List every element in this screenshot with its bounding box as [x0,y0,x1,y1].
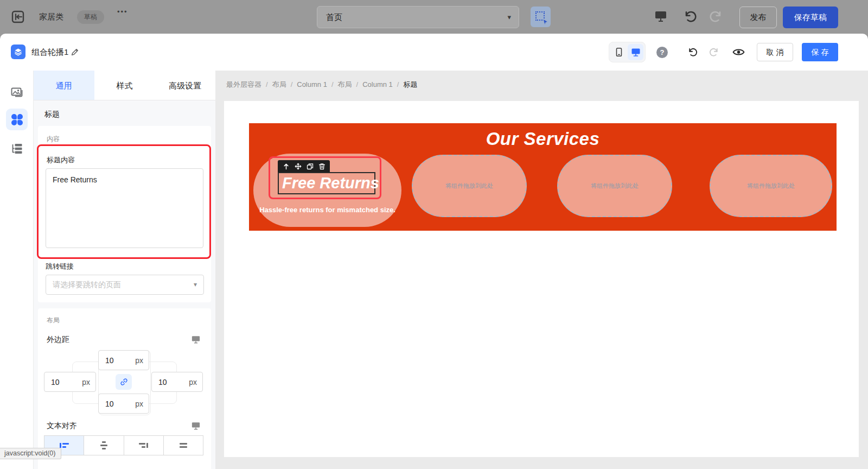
chevron-down-icon: ▾ [507,7,511,28]
editor-undo-icon[interactable] [687,47,698,58]
save-draft-button[interactable]: 保存草稿 [783,7,838,28]
settings-panel: 通用 样式 高级设置 标题 内容 标题内容 Free Returns 跳转链接 … [34,71,215,469]
margin-top-value: 10 [105,356,114,365]
app-screen: 家居类 草稿 ••• 首页 ▾ 发布 保存草稿 组合轮播1 [0,0,868,469]
align-right-button[interactable] [124,435,164,455]
breadcrumb-separator: / [291,80,293,88]
align-center-button[interactable] [84,435,124,455]
margin-left-input[interactable]: 10px [44,372,96,392]
margin-bottom-value: 10 [105,400,114,408]
margin-device-icon[interactable] [191,335,201,344]
margin-right-value: 10 [158,378,167,386]
chevron-down-icon: ▾ [194,275,197,294]
move-up-icon[interactable] [283,163,290,170]
margin-left-value: 10 [51,378,60,386]
preview-monitor-icon[interactable] [654,10,668,23]
breadcrumb-separator: / [397,80,399,88]
title-content-input[interactable]: Free Returns [46,168,203,248]
link-select-placeholder: 请选择要跳转的页面 [53,275,121,294]
text-align-device-icon[interactable] [191,421,201,430]
element-toolbar [278,160,330,172]
dropzone-placeholder: 将组件拖放到此处 [747,182,795,190]
dropzone-3[interactable]: 将组件拖放到此处 [557,155,672,217]
panel-tabs: 通用 样式 高级设置 [34,71,215,100]
undo-icon[interactable] [682,9,698,24]
status-link-hint: javascript:void(0) [0,448,61,459]
banner-title[interactable]: Our Services [249,129,837,149]
page-select-value: 首页 [326,7,342,28]
title-content-label: 标题内容 [47,155,75,165]
layer-tree-icon[interactable] [10,142,23,155]
canvas-area: 最外层容器/布局/Column 1/布局/Column 1/标题 Our Ser… [215,71,868,469]
margin-unit: px [135,400,143,408]
rename-icon[interactable] [71,48,79,56]
margin-label: 外边距 [47,335,69,345]
more-actions-icon[interactable]: ••• [117,8,128,16]
editor-redo-icon[interactable] [709,47,720,58]
desktop-view-button[interactable] [628,44,643,60]
device-toggle [609,42,646,62]
breadcrumb-item[interactable]: 布局 [338,80,352,88]
services-banner[interactable]: Our Services [249,123,837,231]
save-button[interactable]: 保 存 [802,43,838,61]
link-label: 跳转链接 [46,262,74,271]
exit-editor-icon[interactable] [11,10,25,24]
breadcrumb-separator: / [356,80,359,88]
breadcrumb-item[interactable]: 布局 [272,80,286,88]
margin-top-input[interactable]: 10px [98,350,149,370]
left-rail [0,71,34,469]
align-left-icon [60,443,69,448]
components-panel-icon[interactable] [6,109,28,130]
link-page-select[interactable]: 请选择要跳转的页面 ▾ [46,275,204,295]
layout-group-label: 布局 [47,316,60,325]
project-name: 家居类 [39,12,63,22]
cursor-icon [542,18,549,26]
dropzone-placeholder: 将组件拖放到此处 [591,182,639,190]
duplicate-icon[interactable] [307,163,314,170]
margin-link-toggle[interactable] [116,374,132,390]
panel-section-title: 标题 [44,110,60,119]
tab-general[interactable]: 通用 [34,71,94,100]
breadcrumb-item[interactable]: Column 1 [362,80,393,88]
tab-advanced[interactable]: 高级设置 [155,71,215,100]
selected-title-text: Free Returns [279,173,374,193]
align-right-icon [139,443,148,448]
align-justify-icon [180,443,187,448]
margin-unit: px [82,378,90,386]
align-justify-button[interactable] [163,435,203,455]
drag-move-icon[interactable] [295,163,302,170]
breadcrumb: 最外层容器/布局/Column 1/布局/Column 1/标题 [226,80,417,90]
selected-title-element[interactable]: Free Returns [278,172,375,194]
content-group-label: 内容 [47,135,60,144]
dropzone-4[interactable]: 将组件拖放到此处 [710,155,832,217]
media-library-icon[interactable] [10,86,23,99]
select-tool-button[interactable] [531,7,551,27]
component-name: 组合轮播1 [31,34,68,71]
breadcrumb-separator: / [266,80,268,88]
artboard: Our Services [224,101,859,457]
mobile-view-button[interactable] [611,44,627,60]
margin-right-input[interactable]: 10px [151,372,203,392]
breadcrumb-item[interactable]: 最外层容器 [226,80,261,88]
tab-style[interactable]: 样式 [94,71,155,100]
cancel-button[interactable]: 取 消 [757,43,793,61]
page-select[interactable]: 首页 ▾ [317,6,519,28]
publish-button[interactable]: 发布 [739,7,777,28]
text-align-group [44,435,203,455]
breadcrumb-item[interactable]: Column 1 [297,80,327,88]
breadcrumb-item-current: 标题 [403,80,417,88]
service-subtitle[interactable]: Hassle-free returns for mismatched size. [253,205,401,216]
redo-icon[interactable] [709,9,724,24]
clover-icon [11,114,23,125]
margin-bottom-input[interactable]: 10px [98,394,149,414]
align-center-icon [100,441,107,449]
help-icon[interactable]: ? [656,47,668,58]
delete-icon[interactable] [318,163,326,170]
editor-header: 组合轮播1 ? 取 消 保 存 [0,34,868,71]
margin-unit: px [189,378,197,386]
dropzone-placeholder: 将组件拖放到此处 [445,182,493,190]
preview-eye-icon[interactable] [732,47,745,57]
status-badge: 草稿 [77,10,104,24]
dropzone-2[interactable]: 将组件拖放到此处 [412,155,527,217]
breadcrumb-separator: / [331,80,334,88]
